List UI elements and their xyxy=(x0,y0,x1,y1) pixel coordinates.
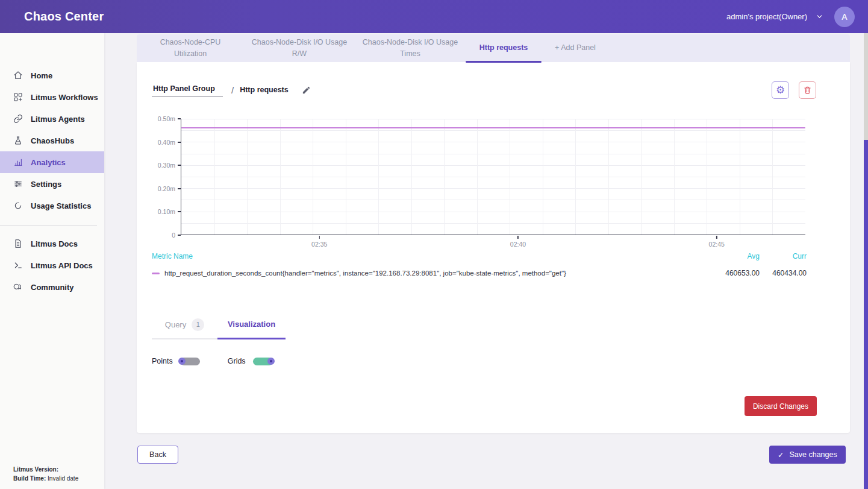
header-right: admin's project(Owner) A xyxy=(726,7,855,27)
agents-icon xyxy=(13,114,23,124)
gear-icon: ⚙ xyxy=(776,84,785,96)
document-icon xyxy=(13,239,23,248)
sidebar-item-litmus-docs[interactable]: Litmus Docs xyxy=(0,233,104,254)
terminal-icon xyxy=(13,260,23,270)
sidebar-item-litmus-workflows[interactable]: Litmus Workflows xyxy=(0,86,104,108)
sidebar-item-usage-statistics[interactable]: Usage Statistics xyxy=(0,195,104,216)
sidebar-item-label: Litmus Agents xyxy=(31,115,85,124)
sidebar-item-label: Community xyxy=(31,283,74,292)
panel-editor-card: / Http requests ⚙ 0.50m0.40m0.30m0.20m0.… xyxy=(137,62,850,433)
sidebar-item-label: Litmus Workflows xyxy=(31,93,98,102)
avatar[interactable]: A xyxy=(834,7,855,27)
tab-chaos-node-disk-io-usage-rw[interactable]: Chaos-Node-Disk I/O Usage R/W xyxy=(244,34,355,62)
save-changes-button[interactable]: ✓ Save changes xyxy=(769,446,846,464)
sidebar-item-chaoshubs[interactable]: ChaosHubs xyxy=(0,130,104,151)
edit-panel-name-button[interactable] xyxy=(302,86,311,95)
editor-tabs: Query 1 Visualization xyxy=(152,311,286,339)
tab-chaos-node-cpu-utilization[interactable]: Chaos-Node-CPU Utilization xyxy=(137,34,244,62)
check-icon: ✓ xyxy=(778,450,784,459)
sidebar-item-label: Home xyxy=(31,71,52,80)
trash-icon xyxy=(803,86,812,95)
scrollbar-thumb[interactable] xyxy=(864,140,868,489)
legend-curr-header: Curr xyxy=(760,252,807,269)
points-toggle[interactable] xyxy=(180,358,200,365)
tab-query-label: Query xyxy=(165,320,186,329)
tab-http-requests[interactable]: Http requests xyxy=(466,34,542,62)
chart-x-axis: 02:3502:4002:45 xyxy=(181,236,805,249)
panel-header-row: / Http requests ⚙ xyxy=(152,80,816,99)
build-time-label: Build Time: xyxy=(13,475,46,482)
grids-label: Grids xyxy=(228,357,246,365)
legend-series-row[interactable]: http_request_duration_seconds_count{hand… xyxy=(152,270,713,277)
panel-name-label: Http requests xyxy=(240,86,289,94)
grids-toggle-field: Grids xyxy=(228,357,273,365)
sidebar-item-litmus-agents[interactable]: Litmus Agents xyxy=(0,108,104,130)
points-toggle-thumb xyxy=(178,358,186,365)
litmus-version-label: Litmus Version: xyxy=(13,466,58,473)
usage-statistics-icon xyxy=(13,201,23,210)
series-avg-value: 460653.00 xyxy=(713,269,760,277)
visualization-toggles: Points Grids xyxy=(152,357,273,365)
project-selector[interactable]: admin's project(Owner) xyxy=(726,12,823,21)
analytics-icon xyxy=(13,157,23,167)
series-curr-value: 460434.00 xyxy=(760,269,807,277)
sidebar-item-label: Litmus Docs xyxy=(31,239,78,248)
project-selector-label: admin's project(Owner) xyxy=(726,12,807,21)
home-icon xyxy=(13,71,23,80)
chevron-down-icon xyxy=(816,13,823,21)
chaoshubs-icon xyxy=(13,136,23,145)
save-changes-label: Save changes xyxy=(789,450,837,459)
app-header: Chaos Center admin's project(Owner) A xyxy=(0,0,868,33)
panel-header-actions: ⚙ xyxy=(772,81,816,99)
tab-query[interactable]: Query 1 xyxy=(152,311,217,339)
delete-panel-button[interactable] xyxy=(799,81,816,99)
vertical-scrollbar[interactable] xyxy=(864,33,868,489)
sidebar-divider xyxy=(0,225,97,226)
sidebar-item-settings[interactable]: Settings xyxy=(0,173,104,195)
sidebar-item-litmus-api-docs[interactable]: Litmus API Docs xyxy=(0,254,104,276)
series-color-dash xyxy=(152,273,160,274)
build-time-value: Invalid date xyxy=(48,475,78,482)
panel-tabstrip: Chaos-Node-CPU Utilization Chaos-Node-Di… xyxy=(137,34,850,62)
breadcrumb-separator: / xyxy=(231,85,234,95)
settings-icon xyxy=(13,179,23,189)
pencil-icon xyxy=(302,86,311,95)
sidebar-item-label: ChaosHubs xyxy=(31,136,74,145)
sidebar-item-home[interactable]: Home xyxy=(0,65,104,86)
workflows-icon xyxy=(13,92,23,102)
sidebar: Home Litmus Workflows Litmus Agents Chao… xyxy=(0,33,104,489)
community-icon xyxy=(13,282,23,292)
legend-metric-header: Metric Name xyxy=(152,252,713,269)
add-panel-button[interactable]: + Add Panel xyxy=(542,34,609,62)
back-button[interactable]: Back xyxy=(137,446,178,464)
sidebar-footer: Litmus Version: Build Time: Invalid date xyxy=(13,465,78,483)
sidebar-item-label: Litmus API Docs xyxy=(31,261,93,270)
app-title: Chaos Center xyxy=(24,10,104,24)
grids-toggle-thumb xyxy=(267,358,275,365)
sidebar-item-analytics[interactable]: Analytics xyxy=(0,151,104,173)
legend-avg-header: Avg xyxy=(713,252,760,269)
sidebar-item-label: Analytics xyxy=(31,158,66,167)
sidebar-item-community[interactable]: Community xyxy=(0,276,104,298)
points-label: Points xyxy=(152,357,173,365)
chart-plot xyxy=(181,119,805,235)
legend-grid: Metric Name Avg Curr http_request_durati… xyxy=(152,252,807,277)
panel-group-name-input[interactable] xyxy=(152,83,223,97)
chart-legend: Metric Name Avg Curr http_request_durati… xyxy=(152,252,807,277)
points-toggle-field: Points xyxy=(152,357,200,365)
sidebar-item-label: Usage Statistics xyxy=(31,201,91,210)
chart-y-axis: 0.50m0.40m0.30m0.20m0.10m0 xyxy=(152,119,181,235)
sidebar-item-label: Settings xyxy=(31,180,61,189)
series-name: http_request_duration_seconds_count{hand… xyxy=(164,270,566,277)
grids-toggle[interactable] xyxy=(253,358,273,365)
tab-chaos-node-disk-io-usage-times[interactable]: Chaos-Node-Disk I/O Usage Times xyxy=(355,34,466,62)
discard-changes-button[interactable]: Discard Changes xyxy=(745,396,817,416)
app-root: Chaos Center admin's project(Owner) A Ho… xyxy=(0,0,868,489)
tab-visualization[interactable]: Visualization xyxy=(217,311,286,339)
panel-settings-button[interactable]: ⚙ xyxy=(772,81,789,99)
query-count-badge: 1 xyxy=(192,318,204,331)
tab-visualization-label: Visualization xyxy=(228,320,275,329)
